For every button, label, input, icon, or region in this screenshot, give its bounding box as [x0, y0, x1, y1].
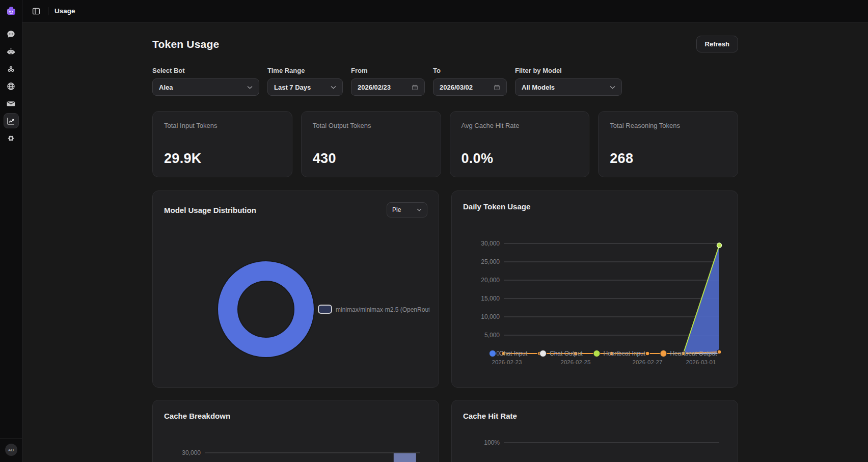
select-bot-value: Alea [159, 84, 173, 91]
robot-icon [6, 47, 16, 57]
sidebar-item-chats[interactable] [4, 26, 19, 42]
model-filter-label: Filter by Model [515, 67, 622, 74]
calendar-icon [412, 84, 418, 91]
daily-usage-title: Daily Token Usage [463, 202, 530, 211]
svg-text:Chat Input: Chat Input [499, 350, 528, 357]
svg-text:Heartbeat Output: Heartbeat Output [670, 350, 717, 357]
select-bot-dropdown[interactable]: Alea [152, 78, 259, 96]
stat-label: Avg Cache Hit Rate [462, 122, 578, 129]
page-content: Token Usage Refresh Select Bot Alea [22, 22, 868, 462]
chevron-down-icon [331, 86, 336, 89]
chat-bubble-icon [6, 30, 16, 39]
model-filter-value: All Models [522, 84, 555, 91]
page-title: Token Usage [152, 38, 219, 50]
daily-usage-line-chart: 30,00025,00020,00015,00010,0005,00002026… [463, 215, 726, 376]
svg-text:5,000: 5,000 [484, 332, 500, 339]
svg-text:10,000: 10,000 [481, 313, 500, 320]
gear-icon [6, 133, 16, 143]
cache-hit-rate-line-chart: 100%80%60%40%20%0% [463, 424, 726, 462]
refresh-button[interactable]: Refresh [696, 36, 738, 52]
sidebar: AD [0, 0, 22, 462]
svg-text:2026-02-23: 2026-02-23 [492, 359, 522, 365]
panel-toggle-icon [32, 7, 41, 16]
stat-cards: Total Input Tokens 29.9K Total Output To… [152, 111, 738, 177]
stat-card-input-tokens: Total Input Tokens 29.9K [152, 111, 292, 177]
filter-bar: Select Bot Alea Time Range Last 7 Days [152, 67, 738, 96]
model-filter-dropdown[interactable]: All Models [515, 78, 622, 96]
mail-icon [6, 99, 16, 108]
model-usage-donut-chart: minimax/minimax-m2.5 (OpenRouter) [164, 222, 427, 379]
from-date-input[interactable]: 2026/02/23 [351, 78, 425, 96]
stat-value: 430 [313, 151, 429, 167]
svg-text:20,000: 20,000 [481, 277, 500, 284]
chevron-down-icon [247, 86, 253, 89]
svg-text:Chat Output: Chat Output [550, 350, 583, 357]
stat-card-output-tokens: Total Output Tokens 430 [301, 111, 441, 177]
to-date-input[interactable]: 2026/03/02 [433, 78, 507, 96]
globe-icon [6, 81, 16, 91]
svg-text:15,000: 15,000 [481, 295, 500, 302]
stat-card-reasoning-tokens: Total Reasoning Tokens 268 [598, 111, 738, 177]
user-avatar[interactable]: AD [5, 444, 17, 456]
from-date-label: From [351, 67, 425, 74]
svg-text:2026-03-01: 2026-03-01 [686, 359, 716, 365]
daily-usage-card: Daily Token Usage 30,00025,00020,00015,0… [451, 191, 738, 388]
sidebar-item-settings[interactable] [4, 130, 19, 146]
main-area: Usage Token Usage Refresh Select Bot Ale… [22, 0, 868, 462]
app-window: AD Usage Token Usage Refresh [0, 0, 868, 462]
chevron-down-icon [417, 208, 422, 211]
stat-value: 29.9K [164, 151, 281, 167]
time-range-value: Last 7 Days [274, 84, 311, 91]
to-date-label: To [433, 67, 507, 74]
chart-type-dropdown[interactable]: Pie [387, 202, 427, 218]
calendar-icon [494, 84, 500, 91]
sidebar-item-bots[interactable] [4, 44, 19, 59]
stat-label: Total Input Tokens [164, 122, 281, 129]
sidebar-item-models[interactable] [4, 61, 19, 76]
chevron-down-icon [610, 86, 615, 89]
nodes-icon [6, 64, 16, 74]
from-date-value: 2026/02/23 [358, 84, 391, 91]
sidebar-toggle-button[interactable] [31, 6, 42, 17]
sidebar-item-web[interactable] [4, 78, 19, 94]
to-date-value: 2026/03/02 [440, 84, 473, 91]
sidebar-nav [4, 26, 19, 438]
analytics-icon [6, 116, 16, 126]
cache-hit-rate-title: Cache Hit Rate [463, 412, 517, 420]
page-breadcrumb: Usage [55, 7, 75, 15]
charts-grid: Model Usage Distribution Pie minimax/min… [152, 191, 738, 462]
svg-text:2026-02-25: 2026-02-25 [561, 359, 591, 365]
topbar-divider [48, 7, 48, 15]
stat-card-cache-hit-rate: Avg Cache Hit Rate 0.0% [450, 111, 590, 177]
stat-value: 268 [610, 151, 726, 167]
topbar: Usage [22, 0, 868, 22]
cache-breakdown-title: Cache Breakdown [164, 412, 230, 420]
time-range-dropdown[interactable]: Last 7 Days [267, 78, 343, 96]
svg-text:30,000: 30,000 [481, 240, 500, 247]
svg-text:25,000: 25,000 [481, 258, 500, 265]
model-usage-title: Model Usage Distribution [164, 206, 256, 214]
stat-label: Total Output Tokens [313, 122, 429, 129]
cache-hit-rate-card: Cache Hit Rate 100%80%60%40%20%0% [451, 400, 738, 462]
svg-text:2026-02-27: 2026-02-27 [633, 359, 663, 365]
robot-logo-icon [5, 5, 17, 17]
select-bot-label: Select Bot [152, 67, 259, 74]
sidebar-item-usage[interactable] [4, 113, 19, 128]
stat-label: Total Reasoning Tokens [610, 122, 726, 129]
cache-breakdown-card: Cache Breakdown 30,00025,00020,00015,000… [152, 400, 439, 462]
svg-text:30,000: 30,000 [182, 449, 201, 456]
time-range-label: Time Range [267, 67, 343, 74]
app-logo[interactable] [5, 0, 17, 22]
svg-text:Heartbeat Input: Heartbeat Input [603, 350, 645, 357]
svg-text:minimax/minimax-m2.5 (OpenRout: minimax/minimax-m2.5 (OpenRouter) [336, 306, 429, 313]
sidebar-footer: AD [0, 438, 22, 462]
svg-text:100%: 100% [484, 439, 500, 446]
cache-breakdown-bar-chart: 30,00025,00020,00015,00010,0005,0000 [164, 424, 427, 462]
stat-value: 0.0% [462, 151, 578, 167]
sidebar-item-mail[interactable] [4, 96, 19, 111]
chart-type-value: Pie [392, 206, 401, 213]
model-usage-card: Model Usage Distribution Pie minimax/min… [152, 191, 439, 388]
